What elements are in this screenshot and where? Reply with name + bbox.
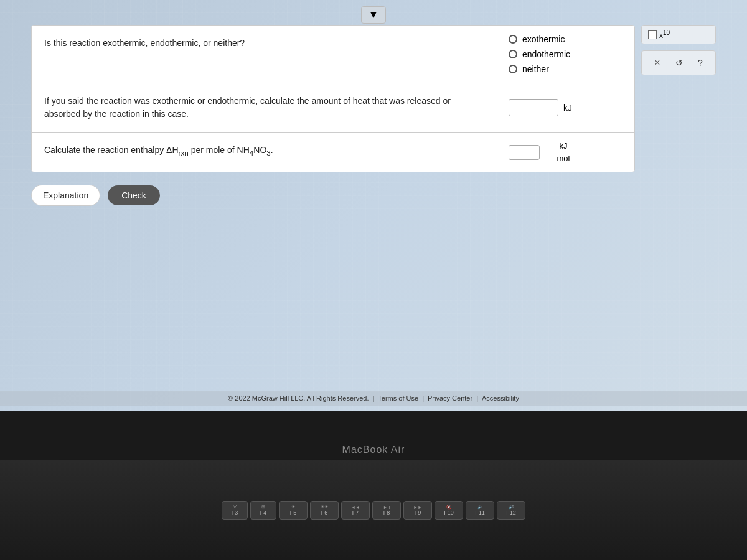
radio-label-endothermic: endothermic <box>522 49 570 59</box>
answer-area-2: kJ <box>497 83 634 132</box>
bottom-bar: Explanation Check <box>31 185 716 206</box>
rxn-subscript: rxn <box>179 149 189 157</box>
key-f10[interactable]: 🔇 F10 <box>435 501 463 520</box>
question-row-1: Is this reaction exothermic, endothermic… <box>32 26 634 83</box>
radio-circle-exothermic <box>509 35 517 44</box>
key-f8[interactable]: ►II F8 <box>372 501 401 520</box>
key-f8-top: ►II <box>383 505 390 510</box>
content-area: ▼ Is this reaction exothermic, endotherm… <box>31 6 716 206</box>
key-f12[interactable]: 🔊 F12 <box>497 501 525 520</box>
radio-endothermic[interactable]: endothermic <box>509 49 623 59</box>
answer-area-3: kJ mol <box>497 133 634 172</box>
copyright-text: © 2022 McGraw Hill LLC. All Rights Reser… <box>228 394 369 402</box>
kj-input-area: kJ <box>509 99 623 116</box>
radio-circle-neither <box>509 65 517 73</box>
key-f6-main: F6 <box>321 510 328 516</box>
nh4-subscript: 4 <box>250 149 253 157</box>
key-f3-main: F3 <box>232 510 238 516</box>
enthalpy-text-prefix: Calculate the reaction enthalpy ΔHrxn pe… <box>44 145 273 155</box>
terms-link[interactable]: Terms of Use <box>378 394 418 402</box>
key-f9-top: ►► <box>413 505 422 510</box>
key-f3-top: ᗐ <box>233 505 237 510</box>
answer-area-1: exothermic endothermic neither <box>497 26 634 83</box>
action-buttons: × ↺ ? <box>641 50 716 75</box>
keyboard-area: ᗐ F3 ⊞ F4 ☀ F5 ☀☀ F6 ◄◄ F7 ►II F8 ►► F9 … <box>0 460 747 560</box>
privacy-link[interactable]: Privacy Center <box>428 394 472 402</box>
question-text-1: Is this reaction exothermic, endothermic… <box>32 26 497 83</box>
key-f11-top: 🔉 <box>477 505 483 510</box>
help-button[interactable]: ? <box>695 57 705 69</box>
key-f9-main: F9 <box>415 510 421 516</box>
key-f5-top: ☀ <box>291 505 295 510</box>
radio-exothermic[interactable]: exothermic <box>509 34 623 44</box>
key-f3[interactable]: ᗐ F3 <box>222 501 248 520</box>
question-row-3: Calculate the reaction enthalpy ΔHrxn pe… <box>32 133 634 172</box>
macbook-label: MacBook Air <box>0 444 747 455</box>
key-f4-top: ⊞ <box>261 505 265 510</box>
x10-superscript: 10 <box>663 29 670 36</box>
fraction-divider <box>545 152 582 152</box>
radio-label-exothermic: exothermic <box>522 34 565 44</box>
close-button[interactable]: × <box>652 56 662 70</box>
explanation-button[interactable]: Explanation <box>31 185 100 206</box>
key-f5[interactable]: ☀ F5 <box>279 501 308 520</box>
key-f7[interactable]: ◄◄ F7 <box>341 501 370 520</box>
right-panel: x10 × ↺ ? <box>641 25 716 75</box>
no3-subscript: 3 <box>266 149 270 157</box>
radio-neither[interactable]: neither <box>509 64 623 74</box>
kj-unit-label: kJ <box>563 103 572 113</box>
fraction-numerator-input[interactable] <box>509 145 540 160</box>
key-f6[interactable]: ☀☀ F6 <box>310 501 339 520</box>
key-f11-main: F11 <box>475 510 485 516</box>
question-card: Is this reaction exothermic, endothermic… <box>31 25 635 172</box>
undo-button[interactable]: ↺ <box>673 57 685 69</box>
question-text-2: If you said the reaction was exothermic … <box>32 83 497 132</box>
key-f9[interactable]: ►► F9 <box>403 501 432 520</box>
key-f7-main: F7 <box>352 510 359 516</box>
copyright-separator-3: | <box>476 394 478 402</box>
fraction-denominator-unit: mol <box>557 154 570 163</box>
key-f8-main: F8 <box>383 510 390 516</box>
key-f4-main: F4 <box>260 510 267 516</box>
key-f6-top: ☀☀ <box>321 505 328 510</box>
radio-label-neither: neither <box>522 64 549 74</box>
key-f11[interactable]: 🔉 F11 <box>466 501 494 520</box>
x10-checkbox[interactable] <box>648 30 657 39</box>
x10-box: x10 <box>641 25 716 44</box>
keyboard-fn-row: ᗐ F3 ⊞ F4 ☀ F5 ☀☀ F6 ◄◄ F7 ►II F8 ►► F9 … <box>222 501 525 520</box>
x10-label: x10 <box>659 29 670 40</box>
key-f12-top: 🔊 <box>509 505 514 510</box>
copyright-separator-2: | <box>422 394 424 402</box>
accessibility-link[interactable]: Accessibility <box>482 394 519 402</box>
copyright-bar: © 2022 McGraw Hill LLC. All Rights Reser… <box>0 391 747 406</box>
screen: ▼ Is this reaction exothermic, endotherm… <box>0 0 747 411</box>
check-button[interactable]: Check <box>108 185 160 205</box>
key-f10-top: 🔇 <box>446 505 452 510</box>
kj-input-field[interactable] <box>509 99 558 116</box>
fraction-box: kJ mol <box>545 141 582 163</box>
radio-circle-endothermic <box>509 50 517 58</box>
chevron-down-icon: ▼ <box>369 9 378 21</box>
key-f7-top: ◄◄ <box>351 505 360 510</box>
key-f12-main: F12 <box>506 510 516 516</box>
copyright-separator-1: | <box>372 394 374 402</box>
fraction-input-area: kJ mol <box>509 141 623 163</box>
key-f10-main: F10 <box>444 510 454 516</box>
fraction-numerator-unit: kJ <box>560 141 568 151</box>
key-f4[interactable]: ⊞ F4 <box>250 501 276 520</box>
key-f5-main: F5 <box>290 510 297 516</box>
question-text-3: Calculate the reaction enthalpy ΔHrxn pe… <box>32 133 497 172</box>
question-row-2: If you said the reaction was exothermic … <box>32 83 634 133</box>
chevron-button[interactable]: ▼ <box>361 6 386 24</box>
